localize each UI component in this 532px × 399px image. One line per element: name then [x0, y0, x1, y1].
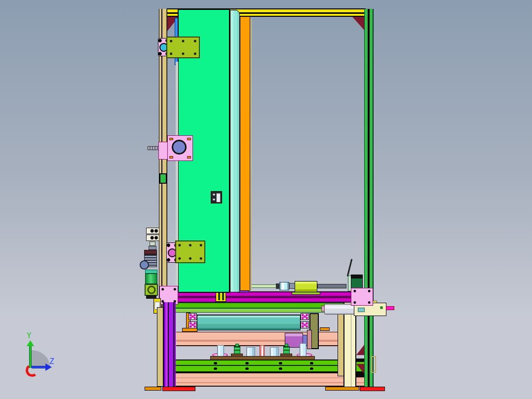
tslot-dot [245, 362, 249, 364]
roller-mount-block[interactable] [301, 321, 309, 328]
air-valve[interactable] [146, 235, 159, 241]
guide-cylinder[interactable] [324, 304, 355, 315]
panel-cyan-strip[interactable] [230, 10, 240, 292]
latch-screw [213, 194, 215, 196]
motor-shaft-circle [172, 140, 187, 155]
right-frame-post[interactable] [364, 9, 374, 387]
y-axis-label: Y [27, 331, 32, 340]
orange-tab [320, 327, 330, 331]
y-axis-shaft [29, 346, 32, 368]
tslot-dot [279, 362, 282, 364]
corner-gusset-bottom-right-upper[interactable] [356, 344, 365, 355]
tslot-dot [245, 367, 249, 370]
gear-box[interactable] [145, 284, 158, 296]
piston-rod[interactable] [317, 284, 346, 288]
mount-tick [169, 138, 173, 140]
support-cylinder[interactable] [246, 347, 255, 357]
foot-right [360, 387, 385, 391]
tslot-dot [214, 362, 217, 364]
output-rod[interactable] [386, 306, 394, 310]
z-axis-shaft [32, 366, 46, 368]
arm-detail-dot [380, 306, 383, 309]
axis-triad: Y Z [20, 337, 62, 376]
valve-fitting [150, 241, 155, 246]
regulator-block [144, 250, 157, 254]
striped-post[interactable] [260, 345, 265, 357]
side-plate-outline [371, 356, 376, 373]
slot [222, 293, 224, 300]
sensor-wire [347, 259, 353, 277]
table-beam-salmon-upper[interactable] [176, 332, 356, 346]
air-cylinder-body[interactable] [295, 281, 317, 293]
rod-coupling[interactable] [279, 282, 289, 290]
tslot-dot [279, 367, 282, 370]
slot [218, 293, 220, 300]
cylinder-cap [145, 270, 157, 274]
mount-plate-top[interactable] [166, 37, 200, 58]
air-valve[interactable] [146, 228, 159, 234]
corner-gusset-top-right[interactable] [352, 17, 364, 30]
gear-motor-body[interactable] [145, 274, 157, 284]
arm-detail-teal [358, 308, 365, 312]
latch-screw [213, 199, 215, 200]
motor-mount-plate[interactable] [167, 135, 193, 161]
z-axis-label: Z [49, 357, 54, 366]
left-leg-post-purple[interactable] [163, 302, 176, 387]
roller-mount-block[interactable] [189, 321, 197, 328]
mount-plate-mid[interactable] [175, 240, 205, 263]
foot-pad-right [325, 387, 359, 391]
rail-block-sensor[interactable] [159, 173, 167, 184]
motor-flange-disc[interactable] [307, 330, 312, 349]
mounting-board[interactable] [210, 356, 315, 360]
tslot-dot [310, 362, 313, 364]
roller-bracket-left-foot[interactable] [182, 328, 197, 332]
latch-pin [216, 193, 221, 202]
tslot-dot [214, 367, 217, 370]
mount-tick [169, 156, 173, 159]
roller-mount-block[interactable] [189, 313, 197, 320]
roller-mount-block[interactable] [301, 313, 309, 320]
support-cylinder[interactable] [217, 345, 224, 357]
regulator-knob[interactable] [140, 260, 149, 270]
carriage-beam-magenta[interactable] [163, 291, 355, 303]
left-leg-tan-strip [157, 307, 163, 387]
panel-latch[interactable] [211, 191, 222, 203]
adjuster-screw [148, 146, 159, 150]
mount-tick [187, 138, 191, 140]
t-plate-pink[interactable] [351, 288, 373, 306]
cad-viewport[interactable]: Y Z [0, 0, 532, 399]
table-beam-green-lower[interactable] [167, 359, 364, 373]
mount-tick [187, 156, 191, 159]
support-cylinder[interactable] [300, 343, 306, 357]
frame-orange-strip[interactable] [240, 16, 250, 291]
tslot-dot [310, 367, 313, 370]
support-cylinder[interactable] [270, 347, 279, 357]
orange-strip-edge [250, 18, 252, 290]
table-beam-salmon-lower[interactable] [167, 373, 364, 387]
conveyor-roller[interactable] [197, 315, 301, 330]
valve-nut [149, 246, 156, 250]
y-axis-arrowhead [27, 340, 34, 346]
foot-left [162, 387, 195, 391]
gearbox-ring [147, 286, 155, 294]
foot-pad-left [145, 387, 161, 391]
air-cylinder-base [292, 292, 320, 295]
